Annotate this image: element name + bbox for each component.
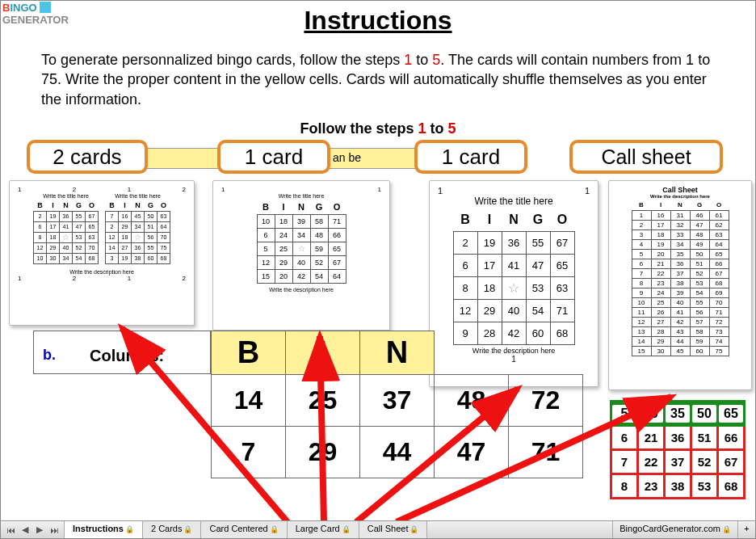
call-sheet-table: BINGO 1163146612173247623183348634193449… xyxy=(632,200,729,356)
thumb-call-sheet: Call Sheet Write the description here BI… xyxy=(608,180,752,390)
columns-label: Columns: xyxy=(90,347,164,365)
main-bingo-grid: BIN 1425374872729444771 xyxy=(211,331,583,478)
tab-2-cards[interactable]: 2 Cards🔒 xyxy=(143,521,202,538)
large-card: BINGO 219365567617414765818☆536312294054… xyxy=(453,208,575,345)
chip-icon xyxy=(40,2,51,13)
add-sheet-button[interactable]: + xyxy=(737,521,755,538)
nav-first-icon[interactable]: ⏮ xyxy=(4,525,17,535)
lock-icon: 🔒 xyxy=(125,525,134,533)
sheet-tab-bar: ⏮ ◀ ▶ ⏭ Instructions🔒 2 Cards🔒 Card Cent… xyxy=(1,520,755,538)
tab-url[interactable]: BingoCardGenerator.com🔒 xyxy=(612,521,737,538)
lock-icon: 🔒 xyxy=(410,525,418,533)
lock-icon: 🔒 xyxy=(722,525,731,533)
side-bingo-card: 520355065 621365166722375267823385368 xyxy=(610,400,746,499)
tab-card-centered[interactable]: Card Centered🔒 xyxy=(201,521,287,538)
lock-icon: 🔒 xyxy=(270,525,279,533)
tab-instructions[interactable]: Instructions🔒 xyxy=(65,521,143,538)
pill-2-cards: 2 cards xyxy=(27,140,148,174)
tab-call-sheet[interactable]: Call Sheet🔒 xyxy=(359,521,428,538)
intro-text: To generate personnalized bingo cards, f… xyxy=(1,36,755,112)
mini-card-single: BINGO 1018395871624344866525☆59651229405… xyxy=(257,200,346,284)
follow-steps: Follow the steps 1 to 5 xyxy=(1,120,755,137)
step-b-label: b. xyxy=(43,347,56,364)
page-title: Instructions xyxy=(1,1,755,36)
lock-icon: 🔒 xyxy=(342,525,351,533)
thumb-2-cards: 1212 Write the title here BINGO 21936556… xyxy=(9,180,195,326)
pill-1-card-b: 1 card xyxy=(414,140,527,174)
nav-prev-icon[interactable]: ◀ xyxy=(19,524,32,535)
mini-card-left: BINGO 219365567617414765818☆536312294052… xyxy=(33,200,99,264)
nav-last-icon[interactable]: ⏭ xyxy=(48,525,61,535)
pill-1-card-a: 1 card xyxy=(217,140,330,174)
tab-nav: ⏮ ◀ ▶ ⏭ xyxy=(1,521,65,538)
tab-large-card[interactable]: Large Card🔒 xyxy=(288,521,359,538)
mini-card-right: BINGO 7164550632293451641218☆56701427365… xyxy=(105,200,170,264)
pill-call-sheet: Call sheet xyxy=(569,140,723,174)
lock-icon: 🔒 xyxy=(183,525,192,533)
logo: BINGO GENERATOR xyxy=(2,2,69,25)
nav-next-icon[interactable]: ▶ xyxy=(33,524,46,535)
thumb-1-card: 11 Write the title here BINGO 1018395871… xyxy=(212,180,390,331)
